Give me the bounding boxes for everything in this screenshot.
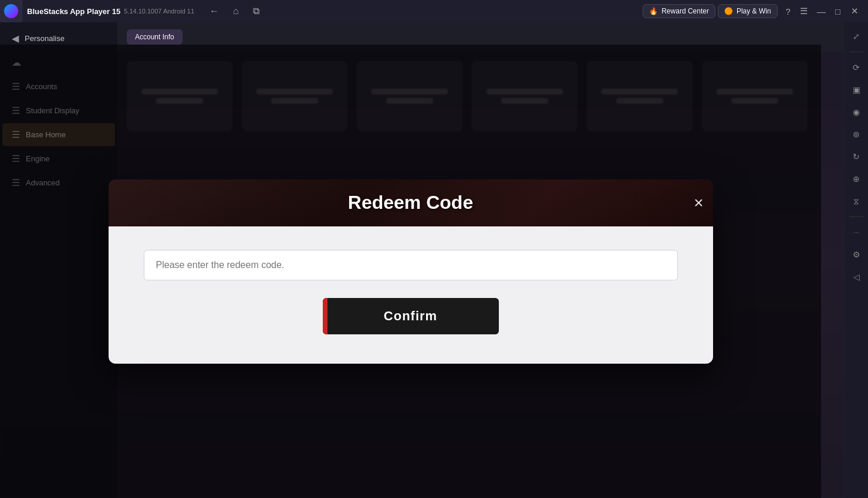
sidebar-macro-button[interactable]: ⧖ [847,192,866,211]
modal-title: Redeem Code [348,192,473,214]
sidebar-expand-button[interactable]: ⤢ [847,27,866,46]
redeem-input-wrap [144,250,678,280]
play-win-label: Play & Win [737,7,771,15]
titlebar-right: 🔥 Reward Center 🟠 Play & Win ? ☰ — □ ✕ [643,4,868,19]
modal-overlay[interactable]: Redeem Code × Confirm [0,45,821,498]
sidebar-divider-1 [849,52,863,52]
modal-header: Redeem Code × [109,179,713,226]
sidebar-screenshot-button[interactable]: ▣ [847,80,866,99]
menu-button[interactable]: ☰ [796,4,811,19]
reward-icon: 🔥 [649,7,658,15]
nav-controls: ← ⌂ ⧉ [206,4,263,19]
more-icon: ··· [853,229,859,236]
sidebar-zoom-button[interactable]: ⊕ [847,170,866,188]
reward-center-button[interactable]: 🔥 Reward Center [643,4,715,18]
expand-icon: ⤢ [853,32,860,41]
titlebar: BlueStacks App Player 15 5.14.10.1007 An… [0,0,868,22]
main-content: ◀ Personalise ☁ ☰ Accounts ☰ Student Dis… [0,22,845,498]
rotate-icon: ↻ [853,152,860,161]
sidebar-rotate-button[interactable]: ↻ [847,147,866,166]
app-name: BlueStacks App Player 15 [27,7,120,16]
tab-account-info-label: Account Info [135,33,174,41]
sidebar-record-button[interactable]: ◉ [847,103,866,121]
modal-close-button[interactable]: × [694,195,703,211]
sidebar-sync-button[interactable]: ⟳ [847,58,866,77]
app-logo [0,0,22,22]
maximize-button[interactable]: □ [832,4,844,19]
play-icon: 🟠 [724,7,733,15]
minimize-button[interactable]: — [813,4,829,19]
sidebar-fps-button[interactable]: ⊛ [847,125,866,144]
sidebar-settings-button[interactable]: ⚙ [847,245,866,264]
redeem-code-modal: Redeem Code × Confirm [109,179,713,364]
zoom-icon: ⊕ [853,174,860,184]
confirm-button-accent [323,298,327,334]
fps-icon: ⊛ [853,130,860,139]
logo-icon [4,4,18,18]
redeem-code-input[interactable] [144,250,678,280]
back-button[interactable]: ← [206,4,222,19]
sidebar-more-button[interactable]: ··· [847,223,866,242]
settings-icon: ⚙ [853,250,860,259]
right-sidebar: ⤢ ⟳ ▣ ◉ ⊛ ↻ ⊕ ⧖ ··· ⚙ ◁ [845,22,868,498]
close-button[interactable]: ✕ [846,4,863,19]
personalise-icon: ◀ [12,33,19,44]
tabs-button[interactable]: ⧉ [249,4,263,19]
modal-body: Confirm [109,226,713,364]
sidebar-divider-2 [849,216,863,217]
sidebar-collapse-button[interactable]: ◁ [847,267,866,286]
help-button[interactable]: ? [782,4,794,19]
confirm-button-label: Confirm [384,309,437,324]
collapse-icon: ◁ [853,272,860,282]
reward-center-label: Reward Center [661,7,709,15]
macro-icon: ⧖ [853,197,859,206]
screenshot-icon: ▣ [853,85,860,94]
home-button[interactable]: ⌂ [229,4,242,19]
record-icon: ◉ [853,107,860,117]
sidebar-item-personalise-label: Personalise [25,34,65,43]
sync-icon: ⟳ [853,63,860,72]
tab-account-info[interactable]: Account Info [127,29,183,45]
play-win-button[interactable]: 🟠 Play & Win [718,4,778,18]
confirm-button[interactable]: Confirm [323,298,499,334]
app-version: 5.14.10.1007 Android 11 [124,8,194,15]
